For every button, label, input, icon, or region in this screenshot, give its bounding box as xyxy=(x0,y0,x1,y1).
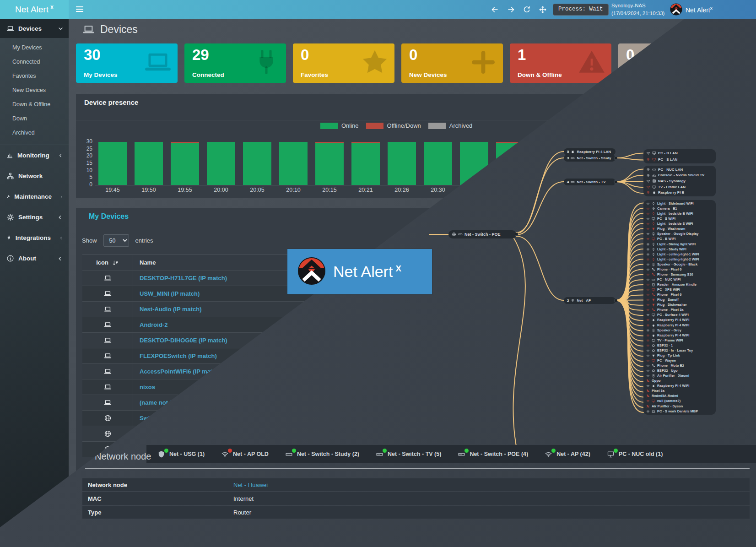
topology-leaf-pc-s-wifi[interactable]: PC - S WIFI xyxy=(646,217,713,221)
network-tab-net-ap-old[interactable]: Net - AP OLD xyxy=(221,450,269,458)
topology-leaf-raspberry-pi-4-wifi[interactable]: Raspberry PI 4 WIFI xyxy=(646,323,713,327)
sidebar-item-down[interactable]: Down xyxy=(0,112,69,126)
topology-leaf-plug-sonoff[interactable]: Plug - Sonoff xyxy=(646,298,713,302)
summary-card-my-devices[interactable]: 30My Devices xyxy=(76,43,178,83)
node-handle[interactable] xyxy=(614,299,617,302)
menu-toggle-button[interactable] xyxy=(75,5,84,14)
network-tab-net-switch-tv-5-[interactable]: Net - Switch - TV (5) xyxy=(376,450,441,458)
topology-leaf-light-sideboard-wifi[interactable]: Light - Sideboard WIFI xyxy=(646,201,713,206)
summary-card-down-offline[interactable]: 1Down & Offline xyxy=(510,43,611,83)
arrow-left-button[interactable] xyxy=(491,5,499,14)
sort-icon[interactable] xyxy=(112,259,119,266)
topology-leaf-phone-pixel-6[interactable]: Phone - Pixel 6 xyxy=(646,267,713,271)
topology-leaf-plug-washroom[interactable]: Plug - Washroom xyxy=(646,227,713,231)
topology-node-net-switch-poe[interactable]: Net - Switch - POE xyxy=(448,230,516,238)
topology-leaf-pc-xps-wifi[interactable]: PC - XPS WIFI xyxy=(646,287,713,292)
topology-leaf-pc-b-wifi[interactable]: PC - B WIFI xyxy=(646,237,713,241)
topology-leaf-pc-nuc-lan[interactable]: PC - NUC LAN xyxy=(646,168,713,172)
topology-leaf-esp32-in-laser-toy[interactable]: ESP32 - In - Laser Toy xyxy=(646,348,713,352)
topology-node-net-switch-study[interactable]: 3Net - Switch - Study xyxy=(564,155,616,162)
sidebar-section-network[interactable]: Network xyxy=(0,166,69,186)
topology-leaf-pixel-3a[interactable]: Pixel 3a xyxy=(646,389,713,393)
sidebar-item-down-offline[interactable]: Down & Offline xyxy=(0,97,69,112)
topology-leaf-speaker-google-black[interactable]: Speaker - Google - Black xyxy=(646,262,713,266)
node-handle[interactable] xyxy=(614,180,617,184)
sidebar-section-integrations[interactable]: Integrations xyxy=(0,227,69,248)
topology-leaf-nas-synology[interactable]: NAS - Synology xyxy=(646,179,713,183)
topology-leaf-plug-dishwasher[interactable]: Plug - Dishwasher xyxy=(646,303,713,307)
topology-leaf-air-purifier-dyson[interactable]: Air Purifier - Dyson xyxy=(646,404,713,408)
node-handle[interactable] xyxy=(614,157,617,160)
raspberry-icon xyxy=(571,150,575,154)
topology-leaf-pc-surface-4-wifi[interactable]: PC - Surface 4 WIFI xyxy=(646,313,713,317)
sidebar-section-maintenance[interactable]: Maintenance xyxy=(0,186,69,207)
page-size-select[interactable]: 50 xyxy=(103,234,129,247)
topology-leaf-phone-pixel-6[interactable]: Phone - Pixel 6 xyxy=(646,292,713,297)
topology-leaf-speaker-grey[interactable]: Speaker - Grey xyxy=(646,328,713,332)
topology-leaf-raspberry-pi-4-wifi[interactable]: Raspberry PI 4 WIFI xyxy=(646,384,713,388)
sidebar-item-new-devices[interactable]: New Devices xyxy=(0,83,69,97)
topology-leaf-pc-s-lan[interactable]: PC - S LAN xyxy=(646,157,713,162)
sidebar-item-favorites[interactable]: Favorites xyxy=(0,69,69,83)
card-value: 0 xyxy=(301,46,309,64)
topology-leaf-light-study-wifi[interactable]: Light - Study WIFI xyxy=(646,247,713,251)
summary-card-connected[interactable]: 29Connected xyxy=(184,43,286,83)
topology-leaf-raspberry-pi-4-wifi[interactable]: Raspberry PI 4 WIFI xyxy=(646,333,713,337)
topology-leaf-phone-moto-e2[interactable]: Phone - Moto E2 xyxy=(646,363,713,368)
topology-leaf-pc-wayne[interactable]: PC - Wayne xyxy=(646,358,713,363)
network-tab-net-switch-poe-4-[interactable]: Net - Switch - POE (4) xyxy=(458,450,528,458)
sidebar-item-archived[interactable]: Archived xyxy=(0,126,69,140)
network-tab-net-usg-1-[interactable]: Net - USG (1) xyxy=(157,450,205,458)
topology-leaf-air-purifier-xiaomi[interactable]: Air Purifier - Xiaomi xyxy=(646,374,713,378)
topology-leaf-esp32-ugo[interactable]: ESP32 - Ugo xyxy=(646,368,713,373)
column-header-icon[interactable]: Icon xyxy=(82,255,133,270)
topology-node-raspberry-pi-4-lan[interactable]: 5Raspberry PI 4 LAN xyxy=(564,148,616,155)
sidebar-section-devices[interactable]: Devices xyxy=(0,19,69,38)
topology-leaf-plug-tp-link[interactable]: Plug - Tp-Link xyxy=(646,353,713,357)
network-tab-pc-nuc-old-1-[interactable]: PC - NUC old (1) xyxy=(607,450,663,458)
topology-leaf-light-ceiling-light-2-wifi[interactable]: Light - ceiling-light-2 WIFI xyxy=(646,257,713,261)
sidebar-item-connected[interactable]: Connected xyxy=(0,55,69,69)
topology-leaf-phone-pixel-3a[interactable]: Phone - Pixel 3a xyxy=(646,308,713,312)
topology-leaf-speaker-google-display[interactable]: Speaker - Google Display xyxy=(646,232,713,236)
refresh-button[interactable] xyxy=(523,5,531,14)
topology-leaf-phone-samsung-s10[interactable]: Phone - Samsung S10 xyxy=(646,272,713,276)
topology-leaf-esp32-1[interactable]: ESP32 - 1 xyxy=(646,343,713,347)
leaf-label: PC - B WIFI xyxy=(657,237,675,241)
topology-leaf-light-bedside-b-wifi[interactable]: Light - bedside B WIFI xyxy=(646,211,713,216)
topology-leaf-pc-nuc-wifi[interactable]: PC - NUC WIFI xyxy=(646,277,713,282)
move-button[interactable] xyxy=(539,5,547,14)
x-tick-label: 20:26 xyxy=(388,187,416,193)
topology-leaf-light-ceiling-light-1-wifi[interactable]: Light - ceiling-light-1 WIFI xyxy=(646,252,713,256)
summary-card-new-devices[interactable]: 0New Devices xyxy=(401,43,503,83)
topology-leaf-pc-s-work-daniels-mbp[interactable]: PC - S work Daniels MBP xyxy=(646,409,713,413)
topology-leaf-oppo[interactable]: Oppo xyxy=(646,379,713,383)
topology-leaf-null-camera-[interactable]: null (camera?) xyxy=(646,399,713,403)
sidebar-section-about[interactable]: About xyxy=(0,248,69,269)
topology-leaf-console-nvidia-shield-tv[interactable]: Console - Nvidia Shield TV xyxy=(646,173,713,177)
status-dot-red xyxy=(228,449,232,453)
network-tab-net-switch-study-2-[interactable]: Net - Switch - Study (2) xyxy=(285,450,359,458)
topology-leaf-tv-frame-lan[interactable]: TV - Frame LAN xyxy=(646,184,713,189)
topology-leaf-reader-amazon-kindle[interactable]: Reader - Amazon Kindle xyxy=(646,282,713,287)
detail-label: Network node xyxy=(82,482,233,488)
topology-leaf-light-bedside-s-wifi[interactable]: Light - bedside S WIFI xyxy=(646,222,713,226)
topology-leaf-tv-frame-wifi[interactable]: TV - Frame WIFI xyxy=(646,338,713,342)
sidebar-section-monitoring[interactable]: Monitoring xyxy=(0,145,69,166)
topology-leaf-redmi5a-redmi[interactable]: Redmi5A-Redmi xyxy=(646,394,713,398)
summary-card-favorites[interactable]: 0Favorites xyxy=(293,43,394,83)
topology-leaf-camera-e1[interactable]: Camera - E1 xyxy=(646,206,713,211)
topology-leaf-light-dining-light-wifi[interactable]: Light - Dining light WIFI xyxy=(646,242,713,246)
brand-logo[interactable]: Net AlertX xyxy=(0,0,69,19)
sidebar-item-my-devices[interactable]: My Devices xyxy=(0,41,69,55)
topology-leaf-raspberry-pi-4-wifi[interactable]: Raspberry PI 4 WIFI xyxy=(646,318,713,322)
topology-node-net-switch-tv[interactable]: 4Net - Switch - TV xyxy=(564,179,616,185)
node-handle[interactable] xyxy=(515,233,518,236)
topology-node-net-ap[interactable]: 2Net - AP xyxy=(564,297,616,304)
sidebar-section-settings[interactable]: Settings xyxy=(0,207,69,227)
topology-leaf-raspberry-pi-b[interactable]: Raspberry PI B xyxy=(646,190,713,195)
detail-value-link[interactable]: Net - Huawei xyxy=(233,482,268,488)
network-tab-net-ap-42-[interactable]: Net - AP (42) xyxy=(545,450,590,458)
topology-leaf-pc-b-lan[interactable]: PC - B LAN xyxy=(646,151,713,155)
arrow-right-button[interactable] xyxy=(507,5,515,14)
